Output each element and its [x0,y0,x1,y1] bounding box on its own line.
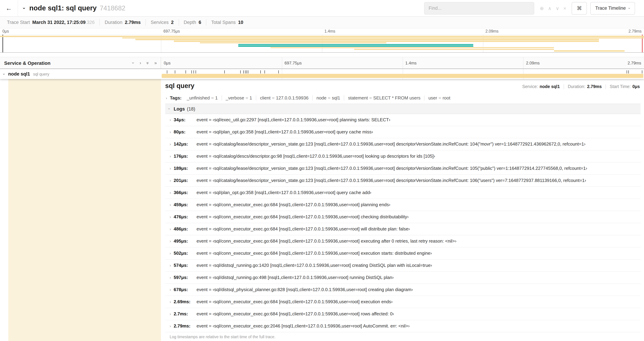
viewport-start-handle[interactable] [2,35,3,52]
log-row[interactable]: ›678μs:event = ‹sql/distsql_physical_pla… [165,284,640,296]
log-event-tick [167,70,167,74]
minimap-span-bar [174,41,599,42]
chevron-right-icon: › [170,117,171,123]
span-tree-column [0,79,161,341]
span-row[interactable]: › node sql1 sql query [0,69,644,79]
minimap-ruler-label: 1.4ms [324,29,335,33]
header-controls: ⊕ ∧ ∨ × ⌘ Trace Timeline › [424,2,635,14]
collapse-all-icon[interactable]: » [145,62,150,64]
log-event-tick [196,70,196,74]
log-row[interactable]: ›574μs:event = ‹sql/distsql_running.go:1… [165,259,640,272]
trace-view-selector[interactable]: Trace Timeline › [590,2,635,14]
chevron-right-icon: › [170,311,171,317]
chevron-right-icon: › [170,129,171,135]
chevron-right-icon: › [170,238,171,244]
log-row[interactable]: ›201μs:event = ‹sql/catalog/lease/descri… [165,175,640,187]
trace-expand-chevron-icon[interactable]: › [22,7,27,9]
back-button[interactable]: ← [0,0,18,16]
log-message: event = ‹sql/catalog/lease/descriptor_ve… [196,165,587,171]
trace-stat-item: Services2 [146,19,179,26]
log-row[interactable]: ›502μs:event = ‹sql/conn_executor_exec.g… [165,247,640,259]
locate-icon[interactable]: ⊕ [538,5,546,11]
next-result-icon[interactable]: ∨ [554,5,562,11]
log-row[interactable]: ›34μs:event = ‹sql/exec_util.go:2297 [ns… [165,114,640,126]
tag-item: _unfinished=1 [183,95,222,101]
command-icon: ⌘ [577,5,582,11]
trace-title-text: node sql1: sql query [29,4,96,12]
span-duration-bar[interactable] [162,74,643,78]
log-row[interactable]: ›176μs:event = ‹sql/catalog/descs/descri… [165,150,640,163]
log-timestamp: 80μs: [174,129,196,135]
log-timestamp: 476μs: [174,214,196,220]
log-row[interactable]: ›597μs:event = ‹sql/distsql_running.go:4… [165,272,640,284]
log-message: event = ‹sql/catalog/lease/descriptor_ve… [196,141,586,147]
chevron-down-icon: › [628,8,632,9]
logs-count: (18) [187,106,195,111]
chevron-right-icon: › [170,226,171,232]
keyboard-shortcuts-button[interactable]: ⌘ [572,2,587,14]
chevron-right-icon: › [170,202,171,208]
view-selector-label: Trace Timeline [595,6,626,11]
stat-suffix: .326 [86,20,95,25]
log-row[interactable]: ›80μs:event = ‹sql/plan_opt.go:358 [nsql… [165,126,640,138]
log-message: event = ‹sql/conn_executor_exec.go:684 [… [196,214,408,220]
stat-value: 2 [171,20,174,25]
tag-item: client=127.0.0.1:59936 [256,95,312,101]
log-row[interactable]: ›486μs:event = ‹sql/conn_executor_exec.g… [165,223,640,235]
log-timestamp: 495μs: [174,238,196,244]
log-event-tick [260,70,261,74]
log-message: event = ‹sql/conn_executor_exec.go:684 [… [196,238,456,244]
log-message: event = ‹sql/conn_executor_exec.go:684 [… [196,299,393,305]
log-row[interactable]: ›459μs:event = ‹sql/conn_executor_exec.g… [165,199,640,211]
minimap-span-bar [238,45,473,47]
log-row[interactable]: ›476μs:event = ‹sql/conn_executor_exec.g… [165,211,640,223]
minimap-ruler-label: 2.09ms [486,29,498,33]
log-row[interactable]: ›366μs:event = ‹sql/plan_opt.go:358 [nsq… [165,187,640,199]
collapse-one-icon[interactable]: › [131,62,136,64]
trace-minimap: 0μs697.75μs1.4ms2.09ms2.79ms [0,29,644,53]
chevron-down-icon[interactable]: › [2,73,6,75]
meta-value: 0μs [632,84,640,89]
stat-value: 6 [198,20,201,25]
tags-row[interactable]: › Tags: _unfinished=1_verbose=1client=12… [165,92,640,104]
chevron-right-icon: › [170,190,171,196]
span-meta-item: Service:node sql1 [522,84,560,89]
log-timestamp: 459μs: [174,202,196,208]
logs-header[interactable]: › Logs (18) [165,104,640,114]
chevron-right-icon: › [170,154,171,159]
chevron-right-icon: › [170,250,171,256]
log-row[interactable]: ›142μs:event = ‹sql/catalog/lease/descri… [165,138,640,150]
log-row[interactable]: ›2.7ms:event = ‹sql/conn_executor_exec.g… [165,308,640,320]
log-message: event = ‹sql/plan_opt.go:358 [nsql1,clie… [196,129,373,135]
expand-one-icon[interactable]: › [140,60,141,66]
clear-search-icon[interactable]: × [561,5,568,11]
minimap-span-bar [554,51,624,52]
expand-all-icon[interactable]: » [154,60,156,66]
log-message: event = ‹sql/distsql_running.go:1420 [ns… [196,262,432,268]
trace-timeline-page: ← › node sql1: sql query 7418682 ⊕ ∧ ∨ ×… [0,0,644,341]
find-input[interactable] [424,2,534,14]
ruler-tick-label: 697.75μs [282,57,302,69]
log-row[interactable]: ›189μs:event = ‹sql/catalog/lease/descri… [165,163,640,175]
log-event-tick [194,70,194,74]
span-name-cell[interactable]: › node sql1 sql query [0,69,161,79]
span-detail-panel: sql query Service:node sql1Duration:2.79… [161,79,640,341]
log-event-tick [244,70,244,74]
prev-result-icon[interactable]: ∧ [546,5,554,11]
log-row[interactable]: ›2.79ms:event = ‹sql/conn_executor_exec.… [165,320,640,332]
log-timestamp: 189μs: [174,165,196,171]
minimap-canvas[interactable] [0,34,644,53]
log-row[interactable]: ›2.69ms:event = ‹sql/conn_executor_exec.… [165,296,640,308]
minimap-span-bar [238,44,473,45]
trace-stat-item: Depth6 [178,19,206,26]
meta-label: Start Time: [610,84,631,89]
ruler-tick-label: 1.4ms [402,57,416,69]
span-track[interactable] [161,69,644,79]
tag-item: node=sql1 [312,95,344,101]
tag-value: 1 [215,95,218,101]
span-detail-column: sql query Service:node sql1Duration:2.79… [161,79,644,341]
log-row[interactable]: ›495μs:event = ‹sql/conn_executor_exec.g… [165,235,640,247]
page-header: ← › node sql1: sql query 7418682 ⊕ ∧ ∨ ×… [0,0,644,17]
span-meta-item: Start Time:0μs [606,84,640,89]
log-event-tick [628,70,629,74]
